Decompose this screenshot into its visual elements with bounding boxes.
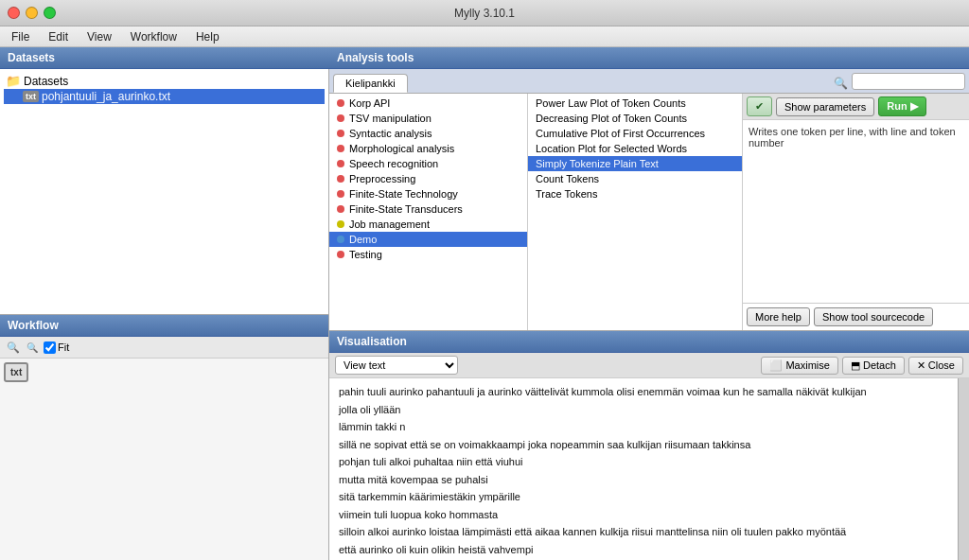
main-content: Datasets 📁 Datasets txt pohjantuuli_ja_a…	[0, 47, 969, 560]
vis-line-9: että aurinko oli kuin olikin heistä vahv…	[339, 542, 948, 558]
datasets-header: Datasets	[0, 47, 329, 69]
tool-cumulative[interactable]: Cumulative Plot of First Occurrences	[528, 126, 742, 141]
category-speech-label: Speech recognition	[349, 158, 438, 169]
tool-trace-label: Trace Tokens	[536, 188, 597, 200]
tool-location-label: Location Plot for Selected Words	[536, 143, 687, 154]
fit-checkbox[interactable]: Fit	[44, 341, 69, 354]
info-toolbar: ✔ Show parameters Run ▶	[743, 94, 969, 120]
vis-toolbar: View text ⬜ Maximise ⬒ Detach ✕ Close	[329, 353, 969, 378]
category-korp[interactable]: Korp API	[329, 96, 527, 111]
category-fst[interactable]: Finite-State Technology	[329, 186, 527, 201]
vis-line-1: jolla oli yllään	[339, 402, 948, 418]
tool-decreasing[interactable]: Decreasing Plot of Token Counts	[528, 111, 742, 126]
menu-workflow[interactable]: Workflow	[123, 28, 185, 45]
category-tsv-label: TSV manipulation	[349, 113, 432, 124]
category-morphological-label: Morphological analysis	[349, 143, 454, 154]
folder-icon: 📁	[6, 74, 21, 88]
category-preprocessing-label: Preprocessing	[349, 173, 415, 184]
close-vis-button[interactable]: ✕ Close	[908, 357, 963, 375]
tool-tokenize[interactable]: Simply Tokenize Plain Text	[528, 156, 742, 171]
show-params-button[interactable]: Show parameters	[776, 97, 874, 116]
dataset-filename: pohjantuuli_ja_aurinko.txt	[42, 90, 170, 103]
close-button[interactable]	[8, 7, 20, 19]
titlebar-buttons	[8, 7, 56, 19]
tool-powerlaw[interactable]: Power Law Plot of Token Counts	[528, 96, 742, 111]
view-select[interactable]: View text	[335, 356, 458, 375]
category-job-label: Job management	[349, 219, 430, 230]
korp-dot	[337, 99, 344, 107]
workflow-header: Workflow	[0, 315, 328, 337]
app-title: Mylly 3.10.1	[454, 7, 515, 20]
titlebar: Mylly 3.10.1	[0, 0, 969, 26]
check-button[interactable]: ✔	[747, 96, 772, 116]
category-speech[interactable]: Speech recognition	[329, 156, 527, 171]
category-korp-label: Korp API	[349, 97, 390, 109]
maximise-label: Maximise	[785, 359, 829, 371]
category-preprocessing[interactable]: Preprocessing	[329, 171, 527, 186]
maximize-button[interactable]	[44, 7, 56, 19]
category-syntactic-label: Syntactic analysis	[349, 128, 432, 139]
more-help-button[interactable]: More help	[747, 307, 810, 326]
datasets-section: Datasets 📁 Datasets txt pohjantuuli_ja_a…	[0, 47, 329, 315]
job-dot	[337, 220, 344, 228]
vis-line-6: sitä tarkemmin käärimiestäkin ympärille	[339, 489, 948, 505]
analysis-content: Korp API TSV manipulation Syntactic anal…	[329, 94, 969, 330]
datasets-panel: 📁 Datasets txt pohjantuuli_ja_aurinko.tx…	[0, 69, 329, 315]
category-demo[interactable]: Demo	[329, 232, 527, 247]
fit-label: Fit	[58, 341, 69, 353]
info-text: Writes one token per line, with line and…	[749, 126, 956, 149]
close-vis-label: ✕ Close	[917, 359, 955, 371]
zoom-out-icon[interactable]: 🔍	[25, 340, 40, 355]
analysis-header: Analysis tools	[329, 47, 969, 69]
datasets-root[interactable]: 📁 Datasets	[4, 73, 325, 89]
vis-scrollbar[interactable]	[958, 378, 969, 560]
menu-edit[interactable]: Edit	[41, 28, 76, 45]
category-syntactic[interactable]: Syntactic analysis	[329, 126, 527, 141]
category-demo-label: Demo	[349, 234, 377, 245]
search-icon: 🔍	[834, 77, 848, 90]
preprocessing-dot	[337, 175, 344, 183]
category-fst-label: Finite-State Technology	[349, 188, 458, 200]
dataset-tree: 📁 Datasets txt pohjantuuli_ja_aurinko.tx…	[0, 69, 328, 108]
vis-header: Visualisation	[329, 331, 969, 353]
vis-line-0: pahin tuuli aurinko pahantuuli ja aurink…	[339, 384, 948, 400]
workflow-node[interactable]: txt	[4, 362, 28, 382]
file-type-badge: txt	[23, 91, 39, 102]
minimize-button[interactable]	[26, 7, 38, 19]
dataset-file[interactable]: txt pohjantuuli_ja_aurinko.txt	[4, 89, 325, 104]
category-fstransducers-label: Finite-State Transducers	[349, 203, 463, 215]
tool-decreasing-label: Decreasing Plot of Token Counts	[536, 113, 687, 124]
maximise-icon: ⬜	[769, 359, 783, 371]
tool-trace[interactable]: Trace Tokens	[528, 186, 742, 201]
analysis-search-input[interactable]	[852, 73, 965, 90]
tool-location[interactable]: Location Plot for Selected Words	[528, 141, 742, 156]
info-panel: ✔ Show parameters Run ▶ Writes one token…	[742, 94, 969, 330]
vis-line-5: mutta mitä kovempaa se puhalsi	[339, 472, 948, 488]
tsv-dot	[337, 114, 344, 122]
detach-button[interactable]: ⬒ Detach	[842, 357, 905, 375]
menu-view[interactable]: View	[79, 28, 119, 45]
category-job[interactable]: Job management	[329, 217, 527, 232]
tool-count-label: Count Tokens	[536, 173, 599, 184]
tool-list: Power Law Plot of Token Counts Decreasin…	[528, 94, 742, 330]
fit-check-input[interactable]	[44, 341, 56, 354]
category-testing-label: Testing	[349, 249, 382, 260]
kielipankki-tab[interactable]: Kielipankki	[333, 74, 408, 93]
right-panel: Analysis tools Kielipankki 🔍 Korp API	[329, 47, 969, 560]
tool-tokenize-label: Simply Tokenize Plain Text	[536, 158, 659, 169]
analysis-panel: Analysis tools Kielipankki 🔍 Korp API	[329, 47, 969, 331]
fst-dot	[337, 190, 344, 198]
category-morphological[interactable]: Morphological analysis	[329, 141, 527, 156]
demo-dot	[337, 236, 344, 243]
tool-count[interactable]: Count Tokens	[528, 171, 742, 186]
zoom-in-icon[interactable]: 🔍	[6, 340, 21, 355]
menu-file[interactable]: File	[4, 28, 37, 45]
maximise-button[interactable]: ⬜ Maximise	[761, 357, 838, 375]
tool-powerlaw-label: Power Law Plot of Token Counts	[536, 97, 686, 109]
run-button[interactable]: Run ▶	[878, 96, 925, 116]
category-fstransducers[interactable]: Finite-State Transducers	[329, 201, 527, 217]
category-tsv[interactable]: TSV manipulation	[329, 111, 527, 126]
menu-help[interactable]: Help	[188, 28, 227, 45]
show-sourcecode-button[interactable]: Show tool sourcecode	[814, 307, 933, 326]
category-testing[interactable]: Testing	[329, 247, 527, 262]
